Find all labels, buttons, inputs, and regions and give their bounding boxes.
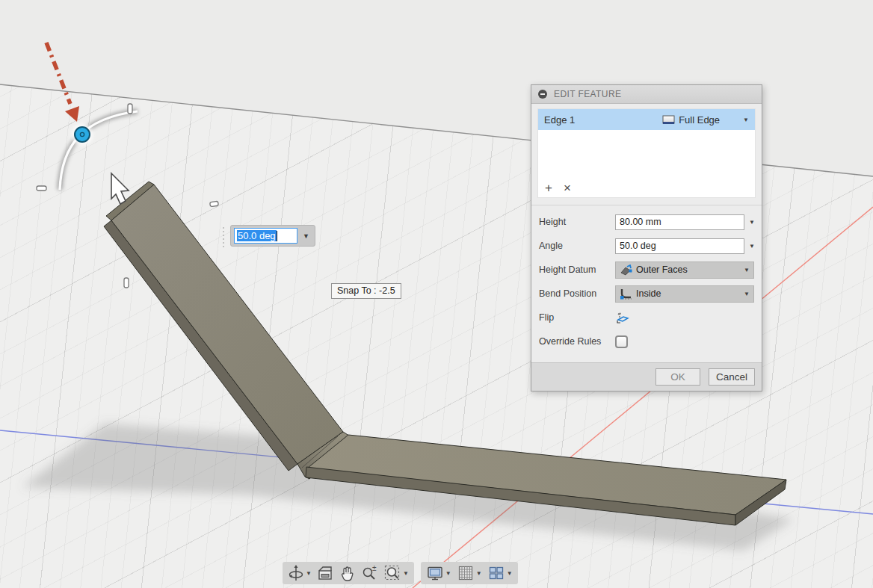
- nav-group-display: ▼ ▼ ▼: [421, 562, 518, 584]
- chevron-down-icon[interactable]: ▼: [306, 570, 312, 577]
- dialog-header[interactable]: EDIT FEATURE: [531, 85, 762, 104]
- override-rules-label: Override Rules: [539, 336, 615, 347]
- dialog-footer: OK Cancel: [531, 362, 762, 391]
- look-at-button[interactable]: [317, 564, 333, 582]
- grid-settings-icon: [457, 564, 475, 582]
- rotate-gizmo[interactable]: [60, 111, 138, 190]
- orbit-button[interactable]: ▼: [288, 564, 312, 582]
- grip-handle[interactable]: [124, 278, 129, 288]
- zoom-button[interactable]: ±: [360, 564, 378, 582]
- mouse-cursor: [111, 173, 129, 204]
- height-datum-value: Outer Faces: [636, 264, 688, 275]
- canvas-angle-input-group: 50.0 deg ▼: [230, 225, 315, 247]
- chevron-down-icon: ▼: [744, 267, 750, 273]
- angle-row: Angle ▼: [539, 234, 754, 258]
- zoom-icon: ±: [360, 564, 378, 582]
- height-input[interactable]: [615, 214, 744, 230]
- flip-button[interactable]: [615, 310, 632, 325]
- orbit-icon: [288, 564, 304, 582]
- display-settings-icon: [426, 564, 444, 582]
- flip-icon: [615, 311, 629, 324]
- collapse-icon[interactable]: [538, 90, 547, 99]
- flip-label: Flip: [539, 312, 615, 323]
- edge-name: Edge 1: [544, 114, 662, 126]
- chevron-down-icon[interactable]: ▼: [507, 570, 513, 577]
- pan-icon: [339, 564, 355, 582]
- edge-selection-list[interactable]: Edge 1 Full Edge ▼ + ×: [537, 108, 756, 198]
- window-zoom-button[interactable]: ▼: [383, 564, 409, 582]
- angle-dropdown-icon[interactable]: ▼: [744, 243, 755, 250]
- add-selection-button[interactable]: +: [545, 183, 552, 194]
- height-label: Height: [539, 217, 615, 227]
- list-item-edge1[interactable]: Edge 1 Full Edge ▼: [538, 109, 755, 130]
- dialog-title: EDIT FEATURE: [554, 89, 621, 99]
- chevron-down-icon: ▼: [744, 291, 750, 297]
- chevron-down-icon[interactable]: ▼: [445, 570, 451, 577]
- grip-handle[interactable]: [37, 186, 46, 191]
- viewports-button[interactable]: ▼: [487, 564, 513, 582]
- navigation-toolbar: ▼ ±: [283, 562, 518, 584]
- svg-text:±: ±: [372, 564, 377, 572]
- angle-input[interactable]: [615, 238, 744, 254]
- direction-arrow: [46, 43, 79, 122]
- edge-type-dropdown[interactable]: Full Edge ▼: [662, 114, 749, 126]
- chevron-down-icon[interactable]: ▼: [403, 570, 409, 577]
- display-settings-button[interactable]: ▼: [426, 564, 451, 582]
- override-rules-checkbox[interactable]: [615, 335, 628, 348]
- angle-label: Angle: [539, 241, 615, 251]
- viewports-icon: [487, 564, 505, 582]
- full-edge-icon: [662, 115, 675, 125]
- height-datum-select[interactable]: Outer Faces ▼: [615, 261, 754, 279]
- bend-position-select[interactable]: Inside ▼: [615, 285, 754, 303]
- chevron-down-icon: ▼: [743, 117, 749, 123]
- height-datum-label: Height Datum: [539, 264, 615, 275]
- bend-position-value: Inside: [636, 288, 661, 299]
- chevron-down-icon[interactable]: ▼: [476, 570, 482, 577]
- 3d-viewport[interactable]: 50.0 deg ▼ Snap To : -2.5 EDIT FEATURE E…: [0, 0, 873, 588]
- remove-selection-button[interactable]: ×: [564, 183, 571, 194]
- edit-feature-dialog[interactable]: EDIT FEATURE Edge 1 Full Edge ▼ +: [531, 84, 762, 392]
- grip-handle[interactable]: [128, 104, 132, 114]
- grip-handle[interactable]: [210, 201, 219, 206]
- pan-button[interactable]: [339, 564, 355, 582]
- height-datum-row: Height Datum Outer Faces ▼: [539, 258, 754, 282]
- override-rules-row: Override Rules: [539, 329, 754, 353]
- text-caret: [277, 231, 277, 241]
- bend-position-label: Bend Position: [539, 288, 615, 299]
- height-datum-icon: [620, 264, 632, 276]
- rotate-handle[interactable]: [75, 127, 90, 142]
- window-zoom-icon: [383, 564, 401, 582]
- height-dropdown-icon[interactable]: ▼: [744, 219, 755, 226]
- grid-settings-button[interactable]: ▼: [457, 564, 482, 582]
- look-at-icon: [317, 564, 333, 582]
- snap-tooltip: Snap To : -2.5: [331, 283, 401, 299]
- bend-position-row: Bend Position Inside ▼: [539, 282, 754, 306]
- angle-input-selected-text: 50.0 deg: [237, 230, 277, 241]
- height-row: Height ▼: [539, 210, 754, 234]
- cancel-button[interactable]: Cancel: [709, 368, 755, 386]
- bend-position-icon: [620, 288, 632, 300]
- ok-button[interactable]: OK: [655, 368, 700, 386]
- flip-row: Flip: [539, 306, 754, 329]
- canvas-angle-input[interactable]: 50.0 deg: [234, 228, 297, 244]
- edge-type-label: Full Edge: [679, 114, 720, 126]
- angle-input-dropdown-icon[interactable]: ▼: [300, 232, 312, 240]
- nav-group-camera: ▼ ±: [283, 562, 414, 584]
